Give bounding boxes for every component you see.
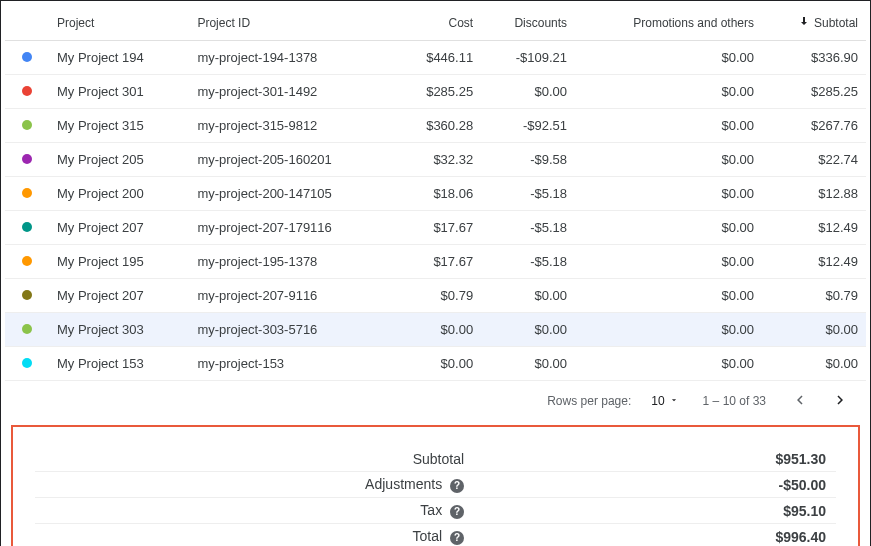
- table-row[interactable]: My Project 195my-project-195-1378$17.67-…: [5, 245, 866, 279]
- cell-discounts: $0.00: [481, 313, 575, 347]
- cell-project: My Project 194: [49, 41, 189, 75]
- summary-tax-value: $95.10: [474, 498, 836, 524]
- cell-subtotal: $12.88: [762, 177, 866, 211]
- dropdown-triangle-icon: [669, 394, 679, 408]
- cell-cost: $17.67: [395, 245, 481, 279]
- chevron-right-icon: [831, 391, 849, 412]
- cell-promotions: $0.00: [575, 313, 762, 347]
- summary-total-value: $996.40: [474, 524, 836, 547]
- table-row[interactable]: My Project 207my-project-207-9116$0.79$0…: [5, 279, 866, 313]
- cell-discounts: $0.00: [481, 279, 575, 313]
- table-row[interactable]: My Project 303my-project-303-5716$0.00$0…: [5, 313, 866, 347]
- cell-promotions: $0.00: [575, 177, 762, 211]
- summary-row-subtotal: Subtotal $951.30: [35, 447, 836, 472]
- summary-row-total: Total ? $996.40: [35, 524, 836, 547]
- cell-subtotal: $0.00: [762, 347, 866, 381]
- table-row[interactable]: My Project 200my-project-200-147105$18.0…: [5, 177, 866, 211]
- cell-project: My Project 207: [49, 279, 189, 313]
- cell-subtotal: $336.90: [762, 41, 866, 75]
- cell-project-id: my-project-207-9116: [189, 279, 395, 313]
- cell-project: My Project 205: [49, 143, 189, 177]
- cell-promotions: $0.00: [575, 143, 762, 177]
- header-project[interactable]: Project: [49, 5, 189, 41]
- project-color-dot: [22, 120, 32, 130]
- table-row[interactable]: My Project 153my-project-153$0.00$0.00$0…: [5, 347, 866, 381]
- cell-project-id: my-project-200-147105: [189, 177, 395, 211]
- project-color-dot: [22, 358, 32, 368]
- cell-subtotal: $12.49: [762, 245, 866, 279]
- totals-summary-box: Subtotal $951.30 Adjustments ? -$50.00 T…: [11, 425, 860, 546]
- rows-per-page-label: Rows per page:: [547, 394, 631, 408]
- cell-cost: $285.25: [395, 75, 481, 109]
- table-pagination: Rows per page: 10 1 – 10 of 33: [5, 381, 866, 419]
- cell-project-id: my-project-303-5716: [189, 313, 395, 347]
- summary-adjustments-label: Adjustments: [365, 476, 442, 492]
- cell-cost: $17.67: [395, 211, 481, 245]
- cell-promotions: $0.00: [575, 109, 762, 143]
- project-color-dot: [22, 256, 32, 266]
- cell-cost: $0.79: [395, 279, 481, 313]
- cell-promotions: $0.00: [575, 75, 762, 109]
- cell-project: My Project 195: [49, 245, 189, 279]
- table-row[interactable]: My Project 205my-project-205-160201$32.3…: [5, 143, 866, 177]
- table-row[interactable]: My Project 315my-project-315-9812$360.28…: [5, 109, 866, 143]
- table-header-row: Project Project ID Cost Discounts Promot…: [5, 5, 866, 41]
- summary-subtotal-value: $951.30: [474, 447, 836, 472]
- summary-tax-label: Tax: [420, 502, 442, 518]
- summary-row-adjustments: Adjustments ? -$50.00: [35, 472, 836, 498]
- help-icon[interactable]: ?: [450, 505, 464, 519]
- chevron-left-icon: [791, 391, 809, 412]
- project-color-dot: [22, 290, 32, 300]
- summary-subtotal-label: Subtotal: [413, 451, 464, 467]
- summary-adjustments-value: -$50.00: [474, 472, 836, 498]
- cell-promotions: $0.00: [575, 211, 762, 245]
- cell-subtotal: $267.76: [762, 109, 866, 143]
- project-color-dot: [22, 154, 32, 164]
- cell-discounts: -$92.51: [481, 109, 575, 143]
- cell-discounts: -$5.18: [481, 245, 575, 279]
- cell-promotions: $0.00: [575, 279, 762, 313]
- cell-discounts: $0.00: [481, 75, 575, 109]
- cell-project: My Project 303: [49, 313, 189, 347]
- project-color-dot: [22, 324, 32, 334]
- prev-page-button[interactable]: [790, 391, 810, 411]
- header-promotions[interactable]: Promotions and others: [575, 5, 762, 41]
- header-project-id[interactable]: Project ID: [189, 5, 395, 41]
- help-icon[interactable]: ?: [450, 479, 464, 493]
- cell-discounts: $0.00: [481, 347, 575, 381]
- cell-cost: $0.00: [395, 347, 481, 381]
- project-color-dot: [22, 222, 32, 232]
- cell-project: My Project 153: [49, 347, 189, 381]
- cell-project: My Project 200: [49, 177, 189, 211]
- cell-subtotal: $22.74: [762, 143, 866, 177]
- totals-summary-table: Subtotal $951.30 Adjustments ? -$50.00 T…: [35, 447, 836, 546]
- table-row[interactable]: My Project 207my-project-207-179116$17.6…: [5, 211, 866, 245]
- project-color-dot: [22, 188, 32, 198]
- header-color: [5, 5, 49, 41]
- cell-cost: $360.28: [395, 109, 481, 143]
- header-discounts[interactable]: Discounts: [481, 5, 575, 41]
- project-color-dot: [22, 86, 32, 96]
- cell-subtotal: $285.25: [762, 75, 866, 109]
- summary-row-tax: Tax ? $95.10: [35, 498, 836, 524]
- cell-project-id: my-project-205-160201: [189, 143, 395, 177]
- help-icon[interactable]: ?: [450, 531, 464, 545]
- rows-per-page-select[interactable]: 10: [651, 394, 678, 408]
- header-cost[interactable]: Cost: [395, 5, 481, 41]
- table-row[interactable]: My Project 194my-project-194-1378$446.11…: [5, 41, 866, 75]
- cell-discounts: -$5.18: [481, 211, 575, 245]
- cell-project-id: my-project-194-1378: [189, 41, 395, 75]
- billing-report-panel: Project Project ID Cost Discounts Promot…: [0, 0, 871, 546]
- cell-project: My Project 207: [49, 211, 189, 245]
- cell-promotions: $0.00: [575, 41, 762, 75]
- header-subtotal[interactable]: Subtotal: [762, 5, 866, 41]
- cell-discounts: -$109.21: [481, 41, 575, 75]
- cell-project-id: my-project-153: [189, 347, 395, 381]
- cell-subtotal: $0.00: [762, 313, 866, 347]
- cell-promotions: $0.00: [575, 347, 762, 381]
- cell-discounts: -$5.18: [481, 177, 575, 211]
- sort-desc-arrow-icon: [798, 15, 810, 30]
- cell-subtotal: $0.79: [762, 279, 866, 313]
- table-row[interactable]: My Project 301my-project-301-1492$285.25…: [5, 75, 866, 109]
- next-page-button[interactable]: [830, 391, 850, 411]
